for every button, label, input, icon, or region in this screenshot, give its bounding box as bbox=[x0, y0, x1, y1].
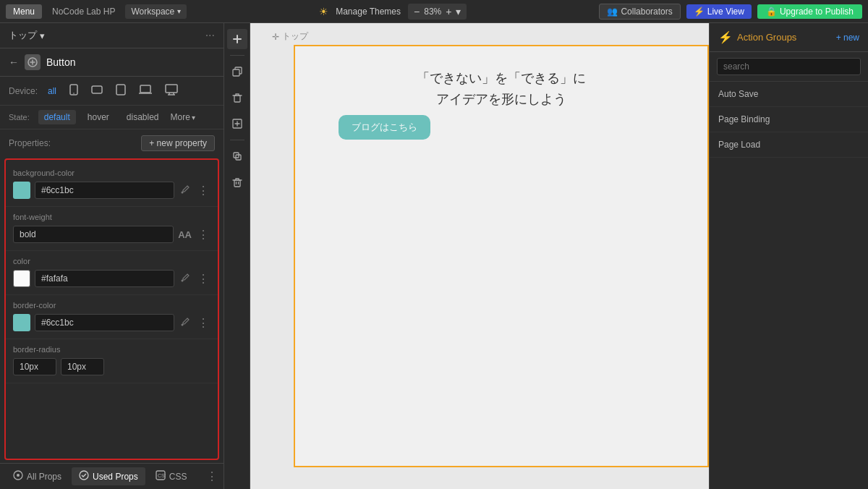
back-button[interactable]: ← bbox=[9, 56, 19, 68]
copy-tool-button[interactable] bbox=[227, 61, 247, 82]
svg-rect-4 bbox=[116, 85, 125, 95]
color-menu-button[interactable]: ⋮ bbox=[196, 271, 210, 287]
bottom-tabs: All Props Used Props CSS CSS ⋮ bbox=[0, 463, 224, 489]
zoom-value: 83% bbox=[424, 7, 441, 17]
border-radius-input-2[interactable] bbox=[61, 358, 104, 375]
panel-more-button[interactable]: ··· bbox=[205, 29, 215, 42]
state-default-button[interactable]: default bbox=[38, 110, 76, 124]
page-preview[interactable]: 「できない」を「できる」に アイデアを形にしよう ブログはこちら bbox=[294, 45, 709, 467]
bg-color-menu-button[interactable]: ⋮ bbox=[196, 182, 210, 199]
right-search-input[interactable] bbox=[717, 58, 861, 75]
font-weight-select[interactable]: bold normal lighter bbox=[13, 226, 174, 243]
delete-tool-button[interactable] bbox=[227, 88, 247, 108]
device-label: Device: bbox=[9, 86, 38, 96]
border-radius-input-1[interactable] bbox=[13, 358, 56, 375]
device-all-button[interactable]: all bbox=[45, 85, 59, 98]
used-props-tab[interactable]: Used Props bbox=[72, 467, 145, 485]
used-props-icon bbox=[79, 470, 89, 482]
prop-border-radius-label: border-radius bbox=[13, 345, 210, 354]
trash-tool-button[interactable] bbox=[227, 172, 247, 192]
prop-color-label: color bbox=[13, 257, 210, 265]
device-landscape-button[interactable] bbox=[88, 84, 106, 98]
color-eyedropper-button[interactable] bbox=[179, 271, 192, 286]
prop-background-color: background-color ⋮ bbox=[6, 163, 218, 207]
device-row: Device: all bbox=[0, 77, 224, 106]
svg-point-2 bbox=[73, 93, 75, 94]
css-tab[interactable]: CSS CSS bbox=[148, 467, 195, 485]
prop-font-weight-row: bold normal lighter AA ⋮ bbox=[13, 226, 210, 243]
color-input[interactable] bbox=[35, 270, 174, 287]
canvas-area: ✛ トップ 「できない」を「できる」に アイデアを形にしよう ブログはこちら bbox=[224, 23, 709, 489]
workspace-dropdown[interactable]: Workspace ▾ bbox=[125, 4, 187, 19]
add-tool-button[interactable] bbox=[227, 29, 247, 49]
svg-point-9 bbox=[182, 323, 184, 326]
workspace-chevron: ▾ bbox=[177, 7, 181, 15]
prop-border-color-row: ⋮ bbox=[13, 314, 210, 331]
right-item-pagebinding[interactable]: Page Binding bbox=[710, 107, 868, 132]
color-swatch[interactable] bbox=[13, 270, 30, 287]
device-laptop-button[interactable] bbox=[136, 83, 155, 98]
collaborators-button[interactable]: 👥 Collaborators bbox=[599, 4, 680, 20]
element-icon bbox=[25, 54, 41, 70]
page-cursor-label: ✛ トップ bbox=[272, 30, 308, 43]
right-item-pageload[interactable]: Page Load bbox=[710, 132, 868, 158]
bottom-more-button[interactable]: ⋮ bbox=[206, 469, 218, 483]
main-layout: トップ ▾ ··· ← Button Device: all bbox=[0, 23, 868, 489]
bg-color-input[interactable] bbox=[35, 182, 174, 199]
theme-sun-icon: ☀ bbox=[319, 6, 328, 17]
publish-button[interactable]: 🔒 Upgrade to Publish bbox=[757, 4, 862, 19]
live-view-button[interactable]: ⚡ Live View bbox=[686, 4, 752, 19]
font-weight-menu-button[interactable]: ⋮ bbox=[196, 226, 210, 243]
canvas-toolbar bbox=[224, 23, 250, 489]
border-color-swatch[interactable] bbox=[13, 314, 30, 331]
element-header: ← Button bbox=[0, 48, 224, 77]
css-icon: CSS bbox=[156, 470, 166, 482]
svg-rect-17 bbox=[234, 95, 240, 102]
device-tablet-button[interactable] bbox=[113, 82, 129, 99]
tool-divider-2 bbox=[230, 140, 244, 140]
prop-border-color: border-color ⋮ bbox=[6, 295, 218, 339]
preview-button[interactable]: ブログはこちら bbox=[339, 115, 430, 140]
duplicate-tool-button[interactable] bbox=[227, 146, 247, 166]
prop-color-row: ⋮ bbox=[13, 270, 210, 287]
all-props-tab[interactable]: All Props bbox=[6, 467, 69, 485]
bg-color-swatch[interactable] bbox=[13, 182, 30, 199]
menu-button[interactable]: Menu bbox=[6, 4, 42, 19]
state-row: State: default hover disabled More ▾ bbox=[0, 106, 224, 129]
add-child-tool-button[interactable] bbox=[227, 114, 247, 134]
right-item-autosave[interactable]: Auto Save bbox=[710, 82, 868, 107]
right-new-button[interactable]: + new bbox=[836, 33, 859, 43]
brand-label: NoCode Lab HP bbox=[48, 7, 119, 17]
svg-rect-6 bbox=[166, 85, 177, 93]
page-title-text: トップ bbox=[9, 29, 37, 42]
manage-themes-link[interactable]: Manage Themes bbox=[336, 7, 401, 17]
live-icon: ⚡ bbox=[694, 7, 705, 17]
new-property-button[interactable]: + new property bbox=[141, 135, 215, 151]
zoom-plus-button[interactable]: + bbox=[446, 6, 451, 17]
properties-header: Properties: + new property bbox=[0, 129, 224, 156]
left-panel: トップ ▾ ··· ← Button Device: all bbox=[0, 23, 224, 489]
canvas-content[interactable]: ✛ トップ 「できない」を「できる」に アイデアを形にしよう ブログはこちら bbox=[250, 23, 709, 489]
device-desktop-button[interactable] bbox=[162, 82, 181, 99]
element-name: Button bbox=[46, 56, 75, 68]
bg-color-eyedropper-button[interactable] bbox=[179, 183, 192, 198]
panel-title: トップ ▾ bbox=[9, 29, 45, 42]
border-color-input[interactable] bbox=[35, 314, 174, 331]
svg-point-12 bbox=[80, 471, 88, 480]
tool-divider-1 bbox=[230, 55, 244, 56]
prop-border-color-label: border-color bbox=[13, 301, 210, 310]
device-mobile-button[interactable] bbox=[67, 82, 81, 99]
state-more-button[interactable]: More ▾ bbox=[171, 112, 195, 122]
right-panel-title: ⚡ Action Groups bbox=[718, 30, 796, 44]
svg-text:CSS: CSS bbox=[158, 473, 166, 478]
zoom-minus-button[interactable]: − bbox=[414, 6, 420, 17]
border-color-eyedropper-button[interactable] bbox=[179, 315, 192, 331]
svg-point-7 bbox=[182, 191, 184, 193]
state-disabled-button[interactable]: disabled bbox=[121, 110, 165, 124]
border-color-menu-button[interactable]: ⋮ bbox=[196, 315, 210, 331]
topbar-center: ☀ Manage Themes − 83% + ▾ bbox=[192, 4, 593, 20]
zoom-dropdown-icon[interactable]: ▾ bbox=[456, 6, 461, 17]
state-hover-button[interactable]: hover bbox=[82, 110, 115, 124]
page-title-arrow: ▾ bbox=[40, 30, 45, 41]
svg-rect-3 bbox=[92, 86, 102, 93]
